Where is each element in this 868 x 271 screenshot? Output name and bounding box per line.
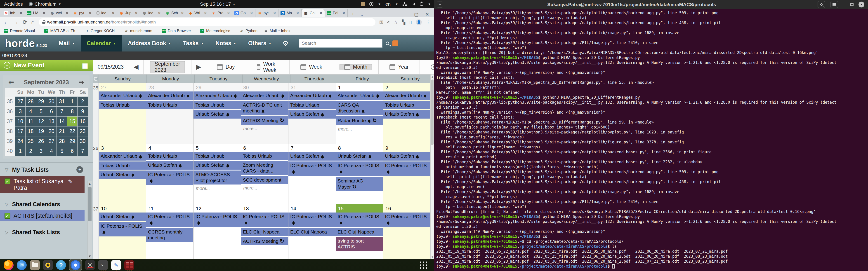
mini-day[interactable]: 23: [78, 127, 88, 136]
event-block[interactable]: ACTRIS Meeting↻: [241, 237, 288, 245]
mini-day[interactable]: 13: [46, 116, 57, 127]
alerts-icon[interactable]: [393, 40, 398, 46]
rhythmbox-icon[interactable]: [43, 260, 53, 270]
home-button[interactable]: ⌂: [31, 19, 35, 25]
mini-day[interactable]: 17: [15, 127, 26, 136]
plot-app-icon[interactable]: ✳: [85, 260, 95, 270]
network-icon[interactable]: [403, 2, 407, 6]
event-block[interactable]: Alexander Urlaub: [146, 92, 193, 100]
event-block[interactable]: SCC development: [241, 176, 288, 184]
activities-button[interactable]: Activities: [4, 1, 23, 7]
new-tab-button[interactable]: +: [348, 11, 358, 17]
terminal-output[interactable]: File "/home/s/Sukanya.Patra/py39/lib/pyt…: [434, 9, 868, 271]
horde-menu-address-book[interactable]: Address Book▼: [122, 35, 177, 52]
event-block[interactable]: Urlaub Stefan: [288, 152, 336, 161]
mini-day[interactable]: 24: [15, 136, 26, 146]
mini-day[interactable]: 27: [15, 97, 26, 107]
scroll-down-icon[interactable]: ▼: [431, 256, 434, 259]
event-block[interactable]: ACTRIS Meeting↻: [241, 116, 288, 125]
event-block[interactable]: Alexander Urlaub: [193, 92, 241, 100]
firefox-icon[interactable]: [4, 260, 13, 270]
mini-day[interactable]: 21: [57, 127, 67, 136]
browser-menu-icon[interactable]: ⋮: [426, 20, 430, 25]
mini-day[interactable]: 29: [67, 136, 78, 146]
focused-app-menu[interactable]: Chromium ▼: [29, 1, 61, 7]
event-block[interactable]: Alexander Urlaub: [241, 92, 288, 100]
event-block[interactable]: IC Potenza - POLIS: [99, 222, 146, 236]
mini-day[interactable]: 6: [67, 146, 78, 156]
mini-day[interactable]: 5: [57, 146, 67, 156]
event-block[interactable]: Alexander Urlaub: [336, 92, 383, 100]
mini-day[interactable]: 22: [67, 127, 78, 136]
tab-close-icon[interactable]: ✕: [112, 11, 115, 15]
terminal-new-tab-button[interactable]: +: [437, 2, 443, 7]
mini-day[interactable]: 4: [26, 107, 36, 116]
browser-tab-pyt[interactable]: ≣pyt✕: [71, 9, 94, 17]
back-button[interactable]: ←: [4, 19, 9, 25]
bookmark-item[interactable]: LMURemote Visual...: [4, 29, 38, 33]
scroll-down-icon[interactable]: ▼: [88, 254, 92, 258]
event-block[interactable]: Radar Runde↻: [336, 116, 383, 125]
event-block[interactable]: Urlaub Stefan: [383, 152, 430, 161]
mini-day[interactable]: 1: [67, 97, 78, 107]
event-block[interactable]: ACTRIS-D TC unit meeting: [241, 101, 288, 115]
browser-tab-ma[interactable]: OMa✕: [278, 9, 302, 17]
view-button-day[interactable]: Day: [213, 64, 239, 70]
tab-close-icon[interactable]: ✕: [135, 11, 138, 15]
browser-tab-wri[interactable]: ◆Wri✕: [186, 9, 209, 17]
share-icon[interactable]: <: [387, 20, 390, 25]
terminal-icon[interactable]: >_: [98, 260, 108, 270]
day-cell-12[interactable]: 12IC Potenza - POLIS: [193, 204, 241, 259]
day-cell-2[interactable]: 2Alexander UrlaubTobias UrlaubUrlaub Ste…: [383, 83, 430, 144]
browser-tab-go[interactable]: GGo✕: [232, 9, 255, 17]
mini-day[interactable]: 26: [36, 136, 46, 146]
more-events-link[interactable]: more...: [193, 185, 241, 192]
checkbox-checked-icon[interactable]: ✓: [4, 178, 10, 184]
bookmark-item[interactable]: LMUData Browser...: [162, 29, 194, 33]
event-block[interactable]: Alexander Urlaub: [288, 92, 336, 100]
mini-day[interactable]: 8: [67, 107, 78, 116]
day-cell-13[interactable]: 13IC Potenza - POLISELC Cluj-NapocaACTRI…: [241, 204, 288, 259]
add-list-button[interactable]: +: [76, 166, 83, 173]
browser-tab-edi[interactable]: LMUEdi✕: [324, 9, 348, 17]
bookmark-star-icon[interactable]: ☆: [394, 20, 398, 25]
power-icon[interactable]: [420, 2, 423, 6]
mini-next-icon[interactable]: ➡: [79, 78, 84, 86]
event-block[interactable]: Tobias Urlaub: [99, 101, 146, 109]
quick-add-calendar-icon[interactable]: ▦: [77, 61, 93, 69]
view-button-week[interactable]: Week: [296, 64, 327, 70]
profile-avatar[interactable]: 👤: [416, 19, 422, 25]
mini-day[interactable]: 1: [15, 146, 26, 156]
event-block[interactable]: CCRES monthly meeting: [146, 228, 193, 242]
day-cell-16[interactable]: 16IC Potenza - POLIS: [383, 204, 430, 259]
minimize-button[interactable]: –: [843, 2, 845, 7]
day-cell-31[interactable]: 31Alexander UrlaubTobias UrlaubUrlaub St…: [288, 83, 336, 144]
horde-menu-notes[interactable]: Notes▼: [210, 35, 242, 52]
day-cell-27[interactable]: 27Alexander UrlaubTobias Urlaub: [98, 83, 146, 144]
search-input[interactable]: [299, 39, 382, 48]
event-block[interactable]: Alexander Urlaub: [383, 92, 430, 100]
tab-close-icon[interactable]: ✕: [250, 11, 253, 15]
day-cell-28[interactable]: 28Alexander UrlaubTobias Urlaub: [146, 83, 193, 144]
event-block[interactable]: Urlaub Stefan: [146, 161, 193, 170]
reload-button[interactable]: ⟳: [23, 19, 27, 25]
tab-close-icon[interactable]: ✕: [42, 11, 46, 15]
day-cell-9[interactable]: 9Urlaub StefanIC Potenza - POLIS: [383, 144, 430, 204]
browser-tab-sch[interactable]: ◉Sch✕: [163, 9, 186, 17]
mini-day[interactable]: 10: [15, 116, 26, 127]
day-cell-14[interactable]: 14IC Potenza - POLISELC Cluj-Napoca: [288, 204, 336, 259]
mini-day[interactable]: 25: [26, 136, 36, 146]
day-cell-30[interactable]: 30Alexander UrlaubACTRIS-D TC unit meeti…: [241, 83, 288, 144]
terminal-menu-button[interactable]: [830, 1, 838, 8]
sidebar-scrollbar[interactable]: ▲ ▼: [87, 181, 92, 259]
window-close-button[interactable]: ✕: [425, 12, 429, 17]
event-block[interactable]: Tobias Urlaub: [288, 101, 336, 109]
event-block[interactable]: ELC Cluj-Napoca: [241, 228, 288, 236]
section-header-shared-task-lists[interactable]: ▷Shared Task Lists: [0, 225, 93, 238]
thunderbird-icon[interactable]: ✉: [17, 260, 27, 270]
mini-day[interactable]: 30: [46, 97, 57, 107]
browser-tab-inb[interactable]: MInb✕: [2, 9, 25, 17]
app-grid-button[interactable]: [420, 262, 427, 269]
mini-day[interactable]: 4: [46, 146, 57, 156]
view-button-work-week[interactable]: Work Week: [252, 61, 283, 73]
